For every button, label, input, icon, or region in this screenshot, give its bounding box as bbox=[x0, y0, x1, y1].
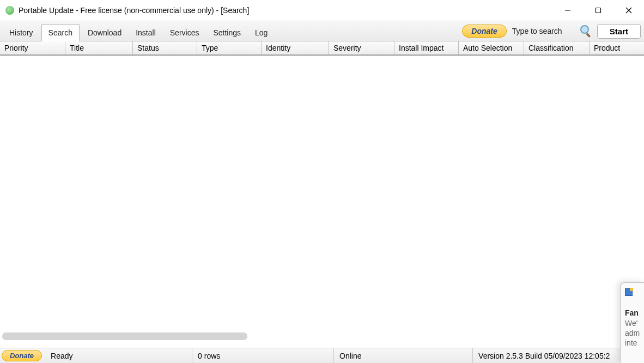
search-input[interactable]: Type to search bbox=[510, 27, 575, 35]
status-donate-button[interactable]: Donate bbox=[2, 350, 42, 361]
toolbar: History Search Download Install Services… bbox=[0, 21, 644, 41]
svg-point-4 bbox=[581, 26, 588, 33]
column-headers: Priority Title Status Type Identity Seve… bbox=[0, 41, 644, 56]
popup-line: We' bbox=[625, 318, 642, 328]
app-icon bbox=[5, 6, 14, 15]
col-identity[interactable]: Identity bbox=[262, 41, 329, 55]
svg-rect-5 bbox=[586, 33, 591, 38]
notification-popup[interactable]: Fan We' adm inte bbox=[620, 282, 644, 363]
search-icon[interactable] bbox=[579, 23, 594, 39]
tab-history[interactable]: History bbox=[2, 24, 40, 41]
col-type[interactable]: Type bbox=[197, 41, 262, 55]
titlebar: Portable Update - Free license (non-comm… bbox=[0, 0, 644, 21]
popup-line: adm bbox=[625, 328, 642, 338]
window-controls bbox=[552, 0, 644, 21]
col-install-impact[interactable]: Install Impact bbox=[394, 41, 459, 55]
scrollbar-thumb[interactable] bbox=[2, 332, 247, 340]
col-product[interactable]: Product bbox=[590, 41, 644, 55]
status-rows: 0 rows bbox=[192, 348, 334, 363]
horizontal-scrollbar[interactable] bbox=[2, 332, 247, 340]
status-version: Version 2.5.3 Build 05/09/2023 12:05:2 bbox=[473, 348, 644, 363]
tab-settings[interactable]: Settings bbox=[206, 24, 248, 41]
svg-rect-1 bbox=[596, 8, 601, 13]
maximize-button[interactable] bbox=[583, 0, 613, 21]
status-online: Online bbox=[334, 348, 473, 363]
tab-search[interactable]: Search bbox=[41, 24, 80, 41]
statusbar: Donate Ready 0 rows Online Version 2.5.3… bbox=[0, 348, 644, 363]
status-donate-cell: Donate bbox=[0, 350, 45, 361]
close-button[interactable] bbox=[613, 0, 644, 21]
col-title[interactable]: Title bbox=[65, 41, 133, 55]
shield-icon bbox=[625, 288, 633, 296]
col-priority[interactable]: Priority bbox=[0, 41, 65, 55]
start-button[interactable]: Start bbox=[597, 24, 641, 39]
minimize-button[interactable] bbox=[552, 0, 583, 21]
popup-line: inte bbox=[625, 338, 642, 348]
col-status[interactable]: Status bbox=[133, 41, 197, 55]
tab-log[interactable]: Log bbox=[248, 24, 275, 41]
status-ready: Ready bbox=[45, 348, 192, 363]
col-severity[interactable]: Severity bbox=[329, 41, 394, 55]
donate-button[interactable]: Donate bbox=[462, 25, 506, 38]
toolbar-right: Donate Type to search Start bbox=[462, 21, 644, 41]
popup-title: Fan bbox=[625, 308, 642, 317]
tab-install[interactable]: Install bbox=[129, 24, 163, 41]
tab-services[interactable]: Services bbox=[163, 24, 206, 41]
window-title: Portable Update - Free license (non-comm… bbox=[19, 6, 249, 15]
col-classification[interactable]: Classification bbox=[524, 41, 590, 55]
col-auto-selection[interactable]: Auto Selection bbox=[459, 41, 524, 55]
grid-body bbox=[0, 56, 644, 341]
tab-download[interactable]: Download bbox=[81, 24, 129, 41]
